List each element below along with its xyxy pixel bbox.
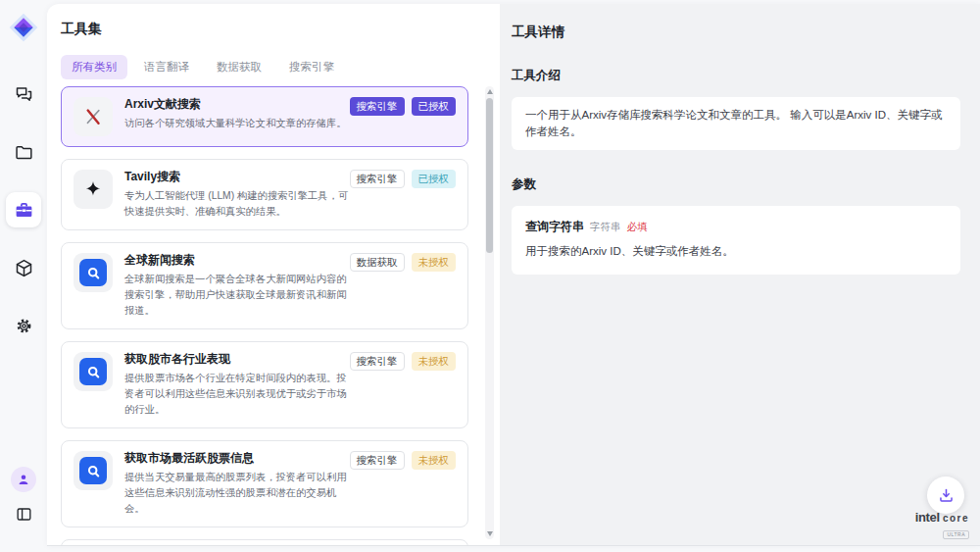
status-badge: 已授权 xyxy=(412,97,457,116)
params-heading: 参数 xyxy=(512,176,960,193)
details-title: 工具详情 xyxy=(512,24,960,41)
tool-list-pane: 工具集 所有类别语言翻译数据获取搜索引擎 Arxiv文献搜索 访问各个研究领域大… xyxy=(47,4,500,545)
sidebar-item-chat[interactable] xyxy=(6,76,41,112)
tab-数据获取[interactable]: 数据获取 xyxy=(206,55,272,79)
folder-icon xyxy=(14,142,34,163)
panel-left-icon[interactable] xyxy=(11,501,36,527)
status-badge: 未授权 xyxy=(412,352,457,371)
category-badge: 搜索引擎 xyxy=(350,97,405,116)
tool-details-pane: 工具详情 工具介绍 一个用于从Arxiv存储库搜索科学论文和文章的工具。 输入可… xyxy=(500,4,980,545)
user-icon[interactable] xyxy=(11,467,36,492)
category-badge: 搜索引擎 xyxy=(350,352,405,371)
chat-bubbles-icon xyxy=(14,84,34,105)
sidebar-item-models[interactable] xyxy=(6,250,41,285)
category-tabs: 所有类别语言翻译数据获取搜索引擎 xyxy=(61,55,345,79)
intro-card: 一个用于从Arxiv存储库搜索科学论文和文章的工具。 输入可以是Arxiv ID… xyxy=(512,97,960,150)
tool-description: 专为人工智能代理 (LLM) 构建的搜索引擎工具，可快速提供实时、准确和真实的结… xyxy=(124,188,352,220)
tool-card[interactable]: 全球新闻搜索 全球新闻搜索是一个聚合全球各大新闻网站内容的搜索引擎，帮助用户快速… xyxy=(61,242,468,329)
sidebar-item-tools[interactable] xyxy=(6,192,41,227)
tool-card[interactable]: 获取市场最活跃股票信息 提供当天交易量最高的股票列表，投资者可以利用这些信息来识… xyxy=(61,440,468,527)
param-name: 查询字符串 xyxy=(525,219,584,235)
intro-heading: 工具介绍 xyxy=(512,68,960,84)
gear-icon xyxy=(14,316,34,336)
page-title: 工具集 xyxy=(61,21,102,38)
category-badge: 数据获取 xyxy=(350,253,405,272)
param-card: 查询字符串 字符串 必填 用于搜索的Arxiv ID、关键字或作者姓名。 xyxy=(512,206,960,275)
tool-description: 全球新闻搜索是一个聚合全球各大新闻网站内容的搜索引擎，帮助用户快速获取全球最新资… xyxy=(124,272,352,319)
tool-name: Tavily搜索 xyxy=(124,170,352,184)
sidebar-item-settings[interactable] xyxy=(6,308,41,343)
param-type: 字符串 xyxy=(590,219,621,235)
tool-card[interactable]: 获取股市各行业表现 提供股票市场各个行业在特定时间段内的表现。投资者可以利用这些… xyxy=(61,341,468,428)
tool-description: 访问各个研究领域大量科学论文和文章的存储库。 xyxy=(124,116,352,131)
status-badge: 未授权 xyxy=(412,253,457,272)
tab-搜索引擎[interactable]: 搜索引擎 xyxy=(278,55,345,79)
search-tile-icon xyxy=(74,253,113,292)
core-wordmark: core xyxy=(943,514,969,524)
search-tile-icon xyxy=(74,352,113,391)
download-icon xyxy=(937,486,956,505)
scroll-up-icon[interactable] xyxy=(487,89,493,94)
intel-core-logo: intel core ULTRA xyxy=(915,511,969,539)
download-button[interactable] xyxy=(927,477,964,514)
main-window: 工具集 所有类别语言翻译数据获取搜索引擎 Arxiv文献搜索 访问各个研究领域大… xyxy=(47,4,980,546)
sidebar-item-files[interactable] xyxy=(6,134,41,170)
category-badge: 搜索引擎 xyxy=(350,170,405,188)
tool-card[interactable]: 万维地区新闻查询 查询具体行政区划内的新闻，快速了解各地新闻动 搜索引擎 未授权 xyxy=(61,539,468,546)
scroll-down-icon[interactable] xyxy=(487,531,493,536)
tool-name: 获取市场最活跃股票信息 xyxy=(124,451,352,466)
tool-description: 提供股票市场各个行业在特定时间段内的表现。投资者可以利用这些信息来识别表现优于或… xyxy=(124,371,352,418)
arxiv-logo-icon xyxy=(74,97,113,136)
tool-description: 提供当天交易量最高的股票列表，投资者可以利用这些信息来识别流动性强的股票和潜在的… xyxy=(124,470,352,517)
left-rail xyxy=(0,0,47,546)
tool-name: 全球新闻搜索 xyxy=(124,253,352,268)
category-badge: 搜索引擎 xyxy=(350,451,405,470)
tool-card-list: Arxiv文献搜索 访问各个研究领域大量科学论文和文章的存储库。 搜索引擎 已授… xyxy=(61,86,468,546)
tool-card[interactable]: Arxiv文献搜索 访问各个研究领域大量科学论文和文章的存储库。 搜索引擎 已授… xyxy=(61,86,468,147)
toolbox-icon xyxy=(14,200,34,221)
app-logo-icon[interactable] xyxy=(9,13,38,42)
cube-icon xyxy=(14,258,34,278)
status-badge: 未授权 xyxy=(412,451,457,470)
tool-card[interactable]: Tavily搜索 专为人工智能代理 (LLM) 构建的搜索引擎工具，可快速提供实… xyxy=(61,159,468,230)
tab-所有类别[interactable]: 所有类别 xyxy=(61,55,127,79)
sparkle-icon xyxy=(74,170,113,209)
intel-wordmark: intel xyxy=(915,511,940,524)
scrollbar-thumb[interactable] xyxy=(486,98,493,253)
status-badge: 已授权 xyxy=(412,170,457,188)
ultra-badge: ULTRA xyxy=(943,530,969,539)
tool-name: Arxiv文献搜索 xyxy=(124,97,352,112)
param-required-badge: 必填 xyxy=(627,219,648,235)
search-tile-icon xyxy=(74,451,113,490)
tab-语言翻译[interactable]: 语言翻译 xyxy=(133,55,200,79)
tool-name: 获取股市各行业表现 xyxy=(124,352,352,367)
param-description: 用于搜索的Arxiv ID、关键字或作者姓名。 xyxy=(525,243,947,260)
list-scrollbar[interactable] xyxy=(485,86,494,539)
